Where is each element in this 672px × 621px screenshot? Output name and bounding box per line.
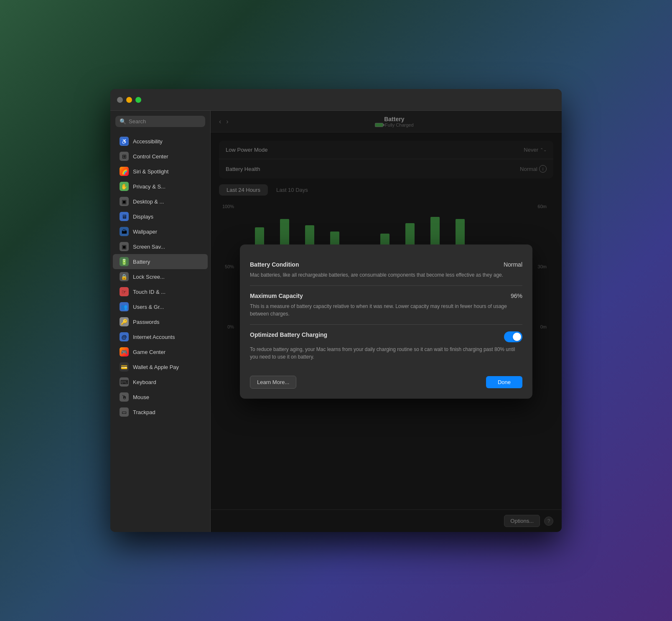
trackpad-icon: ▭ bbox=[120, 407, 129, 417]
screensaver-icon: ▣ bbox=[120, 242, 129, 251]
search-icon: 🔍 bbox=[120, 118, 126, 125]
main-window: 🔍 Search ♿ Accessibility ⊞ Control Cente… bbox=[110, 89, 562, 532]
sidebar-label-screensaver: Screen Sav... bbox=[133, 244, 165, 250]
sidebar-item-wallpaper[interactable]: 🏔 Wallpaper bbox=[113, 224, 208, 239]
sidebar-item-desktop[interactable]: ▣ Desktop & ... bbox=[113, 194, 208, 209]
search-box[interactable]: 🔍 Search bbox=[115, 116, 205, 127]
desktop-icon: ▣ bbox=[120, 197, 129, 206]
learn-more-button[interactable]: Learn More... bbox=[250, 376, 296, 389]
sidebar: 🔍 Search ♿ Accessibility ⊞ Control Cente… bbox=[110, 111, 211, 532]
wallpaper-icon: 🏔 bbox=[120, 227, 129, 236]
optimized-charging-section: Optimized Battery Charging To reduce bat… bbox=[250, 325, 522, 367]
maximize-button[interactable] bbox=[135, 97, 141, 103]
sidebar-label-gamecenter: Game Center bbox=[133, 349, 165, 355]
sidebar-item-screensaver[interactable]: ▣ Screen Sav... bbox=[113, 239, 208, 254]
sidebar-label-trackpad: Trackpad bbox=[133, 409, 155, 415]
sidebar-item-internet[interactable]: @ Internet Accounts bbox=[113, 329, 208, 344]
internet-icon: @ bbox=[120, 332, 129, 341]
battery-health-modal: Battery Condition Normal Mac batteries, … bbox=[240, 244, 532, 399]
optimized-charging-title: Optimized Battery Charging bbox=[250, 331, 327, 338]
sidebar-label-wallpaper: Wallpaper bbox=[133, 229, 157, 235]
sidebar-item-displays[interactable]: 🖥 Displays bbox=[113, 209, 208, 224]
sidebar-item-privacy[interactable]: ✋ Privacy & S... bbox=[113, 179, 208, 194]
sidebar-label-internet: Internet Accounts bbox=[133, 334, 175, 340]
maximum-capacity-title: Maximum Capacity bbox=[250, 293, 303, 299]
sidebar-item-accessibility[interactable]: ♿ Accessibility bbox=[113, 134, 208, 149]
sidebar-label-displays: Displays bbox=[133, 214, 153, 220]
sidebar-label-wallet: Wallet & Apple Pay bbox=[133, 364, 179, 370]
sidebar-item-control-center[interactable]: ⊞ Control Center bbox=[113, 149, 208, 164]
optimized-charging-desc: To reduce battery aging, your Mac learns… bbox=[250, 346, 522, 361]
maximum-capacity-header: Maximum Capacity 96% bbox=[250, 293, 522, 299]
sidebar-label-desktop: Desktop & ... bbox=[133, 199, 164, 205]
touchid-icon: ☞ bbox=[120, 287, 129, 296]
sidebar-label-control-center: Control Center bbox=[133, 153, 168, 160]
optimized-charging-toggle[interactable] bbox=[504, 331, 522, 342]
battery-condition-title: Battery Condition bbox=[250, 261, 299, 268]
right-panel: ‹ › Battery Fully Charged Low Power Mode bbox=[211, 111, 562, 532]
optimized-charging-header: Optimized Battery Charging bbox=[250, 331, 522, 342]
traffic-lights bbox=[117, 97, 141, 103]
passwords-icon: 🔑 bbox=[120, 317, 129, 326]
modal-overlay: Battery Condition Normal Mac batteries, … bbox=[211, 111, 562, 532]
sidebar-label-keyboard: Keyboard bbox=[133, 379, 156, 385]
maximum-capacity-desc: This is a measure of battery capacity re… bbox=[250, 303, 522, 318]
main-content: 🔍 Search ♿ Accessibility ⊞ Control Cente… bbox=[110, 111, 562, 532]
maximum-capacity-section: Maximum Capacity 96% This is a measure o… bbox=[250, 286, 522, 325]
accessibility-icon: ♿ bbox=[120, 137, 129, 146]
sidebar-item-battery[interactable]: 🔋 Battery bbox=[113, 254, 208, 269]
gamecenter-icon: 🎮 bbox=[120, 347, 129, 356]
sidebar-label-battery: Battery bbox=[133, 259, 150, 265]
sidebar-item-trackpad[interactable]: ▭ Trackpad bbox=[113, 405, 208, 420]
minimize-button[interactable] bbox=[126, 97, 132, 103]
keyboard-icon: ⌨ bbox=[120, 377, 129, 387]
siri-icon: 🌈 bbox=[120, 167, 129, 176]
control-center-icon: ⊞ bbox=[120, 152, 129, 161]
sidebar-item-keyboard[interactable]: ⌨ Keyboard bbox=[113, 374, 208, 389]
sidebar-item-wallet[interactable]: 💳 Wallet & Apple Pay bbox=[113, 359, 208, 374]
modal-footer: Learn More... Done bbox=[250, 367, 522, 389]
sidebar-item-gamecenter[interactable]: 🎮 Game Center bbox=[113, 344, 208, 359]
battery-condition-value: Normal bbox=[504, 261, 522, 268]
lockscreen-icon: 🔒 bbox=[120, 272, 129, 281]
sidebar-label-passwords: Passwords bbox=[133, 319, 160, 325]
close-button[interactable] bbox=[117, 97, 123, 103]
wallet-icon: 💳 bbox=[120, 362, 129, 372]
mouse-icon: 🖱 bbox=[120, 392, 129, 402]
privacy-icon: ✋ bbox=[120, 182, 129, 191]
sidebar-item-siri[interactable]: 🌈 Siri & Spotlight bbox=[113, 164, 208, 179]
done-button[interactable]: Done bbox=[486, 376, 522, 388]
battery-condition-header: Battery Condition Normal bbox=[250, 261, 522, 268]
maximum-capacity-value: 96% bbox=[511, 293, 522, 299]
battery-condition-section: Battery Condition Normal Mac batteries, … bbox=[250, 255, 522, 286]
sidebar-item-mouse[interactable]: 🖱 Mouse bbox=[113, 389, 208, 405]
battery-condition-desc: Mac batteries, like all rechargeable bat… bbox=[250, 271, 522, 279]
sidebar-label-mouse: Mouse bbox=[133, 394, 149, 400]
sidebar-label-privacy: Privacy & S... bbox=[133, 183, 165, 190]
titlebar bbox=[110, 89, 562, 111]
sidebar-item-passwords[interactable]: 🔑 Passwords bbox=[113, 314, 208, 329]
sidebar-label-users: Users & Gr... bbox=[133, 304, 164, 310]
sidebar-label-siri: Siri & Spotlight bbox=[133, 168, 168, 175]
sidebar-label-touchid: Touch ID & ... bbox=[133, 289, 165, 295]
users-icon: 👥 bbox=[120, 302, 129, 311]
sidebar-item-lockscreen[interactable]: 🔒 Lock Scree... bbox=[113, 269, 208, 284]
search-placeholder: Search bbox=[129, 118, 146, 125]
optimized-charging-toggle-container bbox=[504, 331, 522, 342]
sidebar-item-touchid[interactable]: ☞ Touch ID & ... bbox=[113, 284, 208, 299]
displays-icon: 🖥 bbox=[120, 212, 129, 221]
sidebar-item-users[interactable]: 👥 Users & Gr... bbox=[113, 299, 208, 314]
sidebar-label-lockscreen: Lock Scree... bbox=[133, 274, 165, 280]
sidebar-label-accessibility: Accessibility bbox=[133, 138, 163, 145]
battery-sidebar-icon: 🔋 bbox=[120, 257, 129, 266]
